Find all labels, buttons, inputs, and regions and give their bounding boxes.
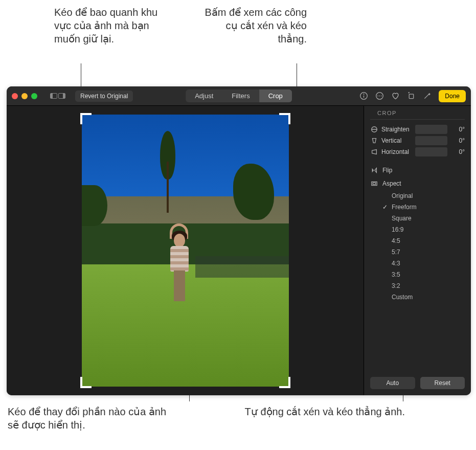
callout-drag-reposition: Kéo để thay đổi phần nào của ảnh sẽ được… [8,405,171,432]
crop-handle-bottom-right[interactable] [279,377,290,388]
editor-body: CROP Straighten 0° Vertical 0° Horizonta… [7,106,471,395]
rotate-icon[interactable] [407,92,416,100]
minimize-window-icon[interactable] [21,93,28,99]
sidebar-left-toggle-icon[interactable] [50,93,57,99]
aspect-option[interactable]: 3:2 [382,280,471,291]
aspect-option[interactable]: 4:5 [382,235,471,246]
slider-track[interactable] [415,136,447,145]
slider-value: 0° [450,148,465,155]
svg-point-5 [379,96,380,97]
done-button[interactable]: Done [439,90,466,102]
callout-crop-click: Bấm để xem các công cụ cắt xén và kéo th… [205,6,307,46]
aspect-option[interactable]: Square [382,213,471,224]
tab-crop[interactable]: Crop [259,89,292,102]
slider-track[interactable] [415,125,447,134]
tab-adjust[interactable]: Adjust [186,89,222,102]
fullscreen-window-icon[interactable] [31,93,37,99]
svg-point-2 [364,94,364,95]
aspect-label: Aspect [382,180,401,187]
revert-button[interactable]: Revert to Original [75,91,133,102]
aspect-toggle[interactable]: Aspect [364,177,471,190]
svg-rect-7 [410,94,414,99]
close-window-icon[interactable] [12,93,18,99]
slider-straighten[interactable]: Straighten 0° [364,124,471,135]
crop-frame[interactable] [82,115,289,387]
inspector-footer: Auto Reset [364,371,471,395]
aspect-option[interactable]: 5:7 [382,246,471,258]
slider-label: Horizontal [381,148,412,155]
aspect-icon [370,180,378,187]
more-options-icon[interactable] [375,92,384,100]
tab-filters[interactable]: Filters [222,89,259,102]
svg-rect-10 [372,182,377,186]
flip-button[interactable]: Flip [364,164,471,177]
titlebar: Revert to Original Adjust Filters Crop D… [7,86,471,106]
svg-point-4 [378,96,379,97]
crop-handle-top-right[interactable] [279,113,290,124]
slider-vertical[interactable]: Vertical 0° [364,135,471,146]
photos-edit-window: Revert to Original Adjust Filters Crop D… [7,86,471,395]
slider-horizontal[interactable]: Horizontal 0° [364,146,471,158]
toolbar-right-group: Done [359,90,466,102]
auto-crop-button[interactable]: Auto [370,377,415,389]
aspect-option[interactable]: Custom [382,291,471,303]
slider-label: Vertical [381,137,412,144]
info-icon[interactable] [359,92,368,100]
aspect-option[interactable]: Original [382,190,471,201]
aspect-option[interactable]: Freeform [382,201,471,213]
straighten-icon [370,126,378,133]
svg-rect-11 [373,183,375,185]
photo-image[interactable] [82,115,289,387]
slider-value: 0° [450,126,465,133]
aspect-option[interactable]: 4:3 [382,258,471,269]
aspect-list: OriginalFreeformSquare16:94:55:74:33:53:… [364,190,471,303]
svg-point-6 [381,96,382,97]
favorite-heart-icon[interactable] [391,92,400,100]
reset-crop-button[interactable]: Reset [420,377,465,389]
flip-icon [370,167,378,174]
inspector-header: CROP [370,106,465,120]
aspect-option[interactable]: 3:5 [382,269,471,280]
sidebar-toggle-group [50,93,65,99]
photo-canvas-area [7,106,364,395]
auto-enhance-icon[interactable] [423,92,432,100]
vertical-perspective-icon [370,137,378,144]
slider-track[interactable] [415,147,447,156]
horizontal-perspective-icon [370,148,378,155]
flip-label: Flip [382,167,392,174]
slider-value: 0° [450,137,465,144]
crop-handle-top-left[interactable] [80,113,92,124]
crop-handle-bottom-left[interactable] [80,377,92,388]
callout-auto: Tự động cắt xén và kéo thẳng ảnh. [241,405,405,418]
slider-label: Straighten [381,126,412,133]
crop-inspector-panel: CROP Straighten 0° Vertical 0° Horizonta… [364,106,471,395]
sidebar-right-toggle-icon[interactable] [58,93,65,99]
callout-drag-corner: Kéo để bao quanh khu vực của ảnh mà bạn … [54,6,172,46]
aspect-option[interactable]: 16:9 [382,224,471,235]
edit-mode-segmented-control: Adjust Filters Crop [186,89,292,102]
